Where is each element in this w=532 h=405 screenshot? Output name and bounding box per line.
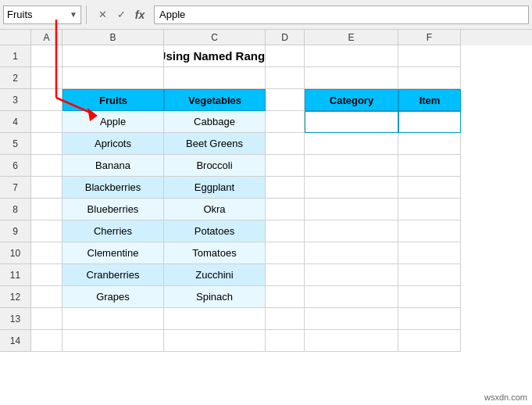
cell-c6[interactable]: Broccoli xyxy=(164,155,266,177)
cell-f14[interactable] xyxy=(398,330,461,352)
cell-d9[interactable] xyxy=(266,220,305,242)
row-header-1[interactable]: 1 xyxy=(0,45,31,67)
cell-e6[interactable] xyxy=(305,155,398,177)
cell-a11[interactable] xyxy=(31,264,62,286)
col-header-f[interactable]: F xyxy=(398,30,461,45)
cell-e14[interactable] xyxy=(305,330,398,352)
cell-e13[interactable] xyxy=(305,308,398,330)
row-header-4[interactable]: 4 xyxy=(0,111,31,133)
cell-d5[interactable] xyxy=(266,133,305,155)
cell-b8[interactable]: Blueberries xyxy=(62,199,164,220)
cell-c11[interactable]: Zucchini xyxy=(164,264,266,286)
name-box[interactable]: Fruits ▼ xyxy=(3,5,81,24)
cell-d14[interactable] xyxy=(266,330,305,352)
cell-c1[interactable]: Using Named Range xyxy=(164,45,266,67)
cell-c3-vegetables-header[interactable]: Vegetables xyxy=(164,89,266,111)
cell-d10[interactable] xyxy=(266,242,305,264)
cell-b2[interactable] xyxy=(62,67,164,89)
cell-b11[interactable]: Cranberries xyxy=(62,264,164,286)
row-header-8[interactable]: 8 xyxy=(0,199,31,220)
cell-f10[interactable] xyxy=(398,242,461,264)
cell-b3-fruits-header[interactable]: Fruits xyxy=(62,89,164,111)
cell-a2[interactable] xyxy=(31,67,62,89)
cell-a6[interactable] xyxy=(31,155,62,177)
cell-b7[interactable]: Blackberries xyxy=(62,177,164,199)
row-header-10[interactable]: 10 xyxy=(0,242,31,264)
cell-b6[interactable]: Banana xyxy=(62,155,164,177)
cell-f7[interactable] xyxy=(398,177,461,199)
row-header-14[interactable]: 14 xyxy=(0,330,31,352)
cell-b1[interactable] xyxy=(62,45,164,67)
cell-b5[interactable]: Apricots xyxy=(62,133,164,155)
cell-f4[interactable] xyxy=(398,111,461,133)
row-header-12[interactable]: 12 xyxy=(0,286,31,308)
cell-b13[interactable] xyxy=(62,308,164,330)
cell-d4[interactable] xyxy=(266,111,305,133)
cell-d3[interactable] xyxy=(266,89,305,111)
cell-d2[interactable] xyxy=(266,67,305,89)
cell-b12[interactable]: Grapes xyxy=(62,286,164,308)
cell-f9[interactable] xyxy=(398,220,461,242)
cell-c13[interactable] xyxy=(164,308,266,330)
cell-e9[interactable] xyxy=(305,220,398,242)
cell-d1[interactable] xyxy=(266,45,305,67)
cancel-icon[interactable]: ✕ xyxy=(95,7,110,23)
cell-e5[interactable] xyxy=(305,133,398,155)
cell-c8[interactable]: Okra xyxy=(164,199,266,220)
confirm-icon[interactable]: ✓ xyxy=(113,7,129,23)
row-header-11[interactable]: 11 xyxy=(0,264,31,286)
cell-c9[interactable]: Potatoes xyxy=(164,220,266,242)
cell-a5[interactable] xyxy=(31,133,62,155)
row-header-6[interactable]: 6 xyxy=(0,155,31,177)
cell-a7[interactable] xyxy=(31,177,62,199)
cell-f1[interactable] xyxy=(398,45,461,67)
cell-c5[interactable]: Beet Greens xyxy=(164,133,266,155)
name-box-dropdown-icon[interactable]: ▼ xyxy=(70,10,77,19)
cell-b4[interactable]: Apple xyxy=(62,111,164,133)
cell-d6[interactable] xyxy=(266,155,305,177)
cell-e11[interactable] xyxy=(305,264,398,286)
row-header-7[interactable]: 7 xyxy=(0,177,31,199)
cell-b9[interactable]: Cherries xyxy=(62,220,164,242)
cell-a13[interactable] xyxy=(31,308,62,330)
col-header-d[interactable]: D xyxy=(266,30,305,45)
cell-e8[interactable] xyxy=(305,199,398,220)
cell-e12[interactable] xyxy=(305,286,398,308)
cell-f2[interactable] xyxy=(398,67,461,89)
cell-c10[interactable]: Tomatoes xyxy=(164,242,266,264)
cell-c12[interactable]: Spinach xyxy=(164,286,266,308)
fx-icon[interactable]: fx xyxy=(132,7,148,23)
cell-b10[interactable]: Clementine xyxy=(62,242,164,264)
cell-a12[interactable] xyxy=(31,286,62,308)
cell-c14[interactable] xyxy=(164,330,266,352)
formula-input[interactable]: Apple xyxy=(154,5,529,24)
row-header-9[interactable]: 9 xyxy=(0,220,31,242)
cell-f5[interactable] xyxy=(398,133,461,155)
cell-d7[interactable] xyxy=(266,177,305,199)
cell-a4[interactable] xyxy=(31,111,62,133)
cell-a1[interactable] xyxy=(31,45,62,67)
cell-f8[interactable] xyxy=(398,199,461,220)
cell-a3[interactable] xyxy=(31,89,62,111)
cell-f6[interactable] xyxy=(398,155,461,177)
cell-f12[interactable] xyxy=(398,286,461,308)
row-header-5[interactable]: 5 xyxy=(0,133,31,155)
row-header-2[interactable]: 2 xyxy=(0,67,31,89)
cell-c2[interactable] xyxy=(164,67,266,89)
row-header-3[interactable]: 3 xyxy=(0,89,31,111)
cell-e7[interactable] xyxy=(305,177,398,199)
cell-f11[interactable] xyxy=(398,264,461,286)
cell-d13[interactable] xyxy=(266,308,305,330)
cell-a14[interactable] xyxy=(31,330,62,352)
col-header-e[interactable]: E xyxy=(305,30,398,45)
cell-b14[interactable] xyxy=(62,330,164,352)
cell-f13[interactable] xyxy=(398,308,461,330)
row-header-13[interactable]: 13 xyxy=(0,308,31,330)
cell-a10[interactable] xyxy=(31,242,62,264)
cell-d12[interactable] xyxy=(266,286,305,308)
cell-c4[interactable]: Cabbage xyxy=(164,111,266,133)
cell-d11[interactable] xyxy=(266,264,305,286)
cell-c7[interactable]: Eggplant xyxy=(164,177,266,199)
cell-f3-item[interactable]: Item xyxy=(398,89,461,111)
cell-e3-category[interactable]: Category xyxy=(305,89,398,111)
